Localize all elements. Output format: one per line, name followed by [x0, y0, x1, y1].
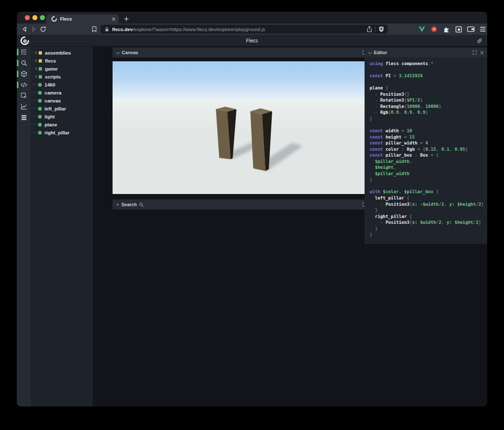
canvas-panel-title: Canvas [122, 50, 138, 55]
active-indicator [17, 60, 18, 66]
search-panel-title: Search [121, 202, 137, 207]
tree-item-assemblies[interactable]: assemblies [31, 49, 93, 57]
entity-kind-dot-icon [38, 131, 42, 134]
sidebar-icon-code[interactable] [17, 79, 31, 90]
tree-guide-line [32, 108, 37, 109]
tab-favicon-flecs-icon [51, 16, 57, 22]
code-line: - Rotation3{$PI/2} [370, 97, 487, 103]
code-line: - Position3{x: $width/2, y: $height/2} [370, 219, 487, 225]
code-line: - Position3{x: -$width/2, y: $height/2} [370, 201, 487, 207]
sidebar-icon-logs[interactable] [17, 112, 31, 123]
tree-item-label: camera [45, 90, 61, 95]
lock-icon [105, 27, 109, 32]
code-line [370, 183, 487, 189]
extensions-puzzle-icon[interactable] [442, 25, 451, 34]
red-badge-extension-icon[interactable] [430, 25, 438, 34]
tree-item-game[interactable]: game [31, 65, 93, 73]
reload-button[interactable] [38, 25, 47, 34]
collapsed-dot-icon[interactable] [117, 204, 118, 205]
code-line: } [370, 176, 487, 183]
tree-guide-line [32, 92, 37, 93]
forward-button[interactable] [29, 25, 39, 34]
traffic-lights [25, 15, 45, 20]
tree-item-canvas[interactable]: canvas [31, 97, 93, 105]
back-button[interactable] [20, 25, 29, 34]
active-indicator [17, 49, 18, 55]
code-line: const pillar_width = 4 [370, 140, 487, 146]
entity-kind-dot-icon [38, 115, 42, 118]
zoom-window-button[interactable] [40, 15, 45, 20]
tree-item-light[interactable]: light [31, 113, 93, 121]
menu-hamburger-icon[interactable] [479, 25, 487, 34]
tree-guide-line [32, 52, 34, 53]
code-line: } [370, 207, 487, 213]
share-link-icon[interactable] [476, 37, 483, 44]
tree-item-right_pillar[interactable]: right_pillar [31, 128, 93, 136]
tree-item-plane[interactable]: plane [31, 121, 93, 128]
url-bar[interactable]: flecs.dev/explorer/?wasm=https://www.fle… [100, 25, 388, 34]
code-line: $pillar_width [370, 170, 487, 177]
code-line [370, 79, 487, 85]
sidebar-icon-entities[interactable] [17, 68, 31, 79]
close-panel-icon[interactable] [480, 51, 484, 55]
code-line: const pillar_box : Box = { [370, 152, 487, 158]
code-line: } [370, 231, 487, 238]
right-pillar-mesh [250, 108, 272, 171]
code-line: plane { [370, 85, 487, 91]
tree-item-label: flecs [45, 58, 56, 63]
entity-kind-dot-icon [39, 67, 42, 71]
close-window-button[interactable] [25, 15, 30, 20]
new-tab-button[interactable] [123, 15, 130, 23]
3d-canvas-viewport[interactable] [113, 61, 377, 194]
code-line: right_pillar { [370, 213, 487, 220]
entity-tree: assembliesflecsgamescripts1460cameracanv… [31, 49, 93, 136]
tool-sidebar [17, 47, 31, 406]
editor-panel: using flecs.components.* const PI = 3.14… [365, 47, 487, 244]
code-line: } [370, 115, 487, 122]
active-indicator [17, 71, 18, 77]
sidebar-icon-search[interactable] [17, 58, 31, 68]
code-line: using flecs.components.* [370, 60, 487, 67]
tree-item-label: assemblies [45, 50, 71, 55]
tree-guide-line [32, 84, 37, 85]
entity-kind-dot-icon [39, 59, 42, 63]
tree-guide-line [32, 116, 37, 117]
wallet-icon[interactable] [467, 25, 475, 34]
tab-close-icon[interactable] [112, 17, 116, 21]
tree-item-label: canvas [45, 98, 61, 103]
collapse-chevron-icon[interactable] [116, 50, 120, 54]
bookmark-icon[interactable] [89, 25, 99, 34]
tree-guide-line [32, 124, 37, 125]
expand-chevron-icon[interactable] [34, 51, 37, 54]
tree-item-1460[interactable]: 1460 [31, 81, 93, 89]
expand-chevron-icon[interactable] [34, 75, 37, 78]
search-panel-header[interactable]: Search [113, 199, 377, 210]
code-line [370, 67, 487, 73]
code-content[interactable]: using flecs.components.* const PI = 3.14… [365, 58, 487, 244]
tree-item-label: scripts [45, 74, 61, 79]
minimize-window-button[interactable] [32, 15, 37, 20]
tree-item-left_pillar[interactable]: left_pillar [31, 105, 93, 113]
browser-tab[interactable]: Flecs [46, 14, 119, 24]
tree-item-camera[interactable]: camera [31, 89, 93, 97]
tree-item-flecs[interactable]: flecs [31, 57, 93, 65]
brave-shield-icon[interactable] [378, 26, 384, 32]
vue-devtools-extension-icon[interactable] [418, 25, 426, 34]
code-line: const width = 10 [370, 128, 487, 134]
collapse-chevron-icon[interactable] [368, 50, 372, 54]
sidebar-icon-tree[interactable] [17, 47, 31, 58]
sidebar-icon-inspector[interactable] [17, 90, 31, 101]
sidebar-toggle-icon[interactable] [454, 25, 463, 34]
entity-kind-dot-icon [38, 107, 42, 110]
tree-item-label: 1460 [45, 82, 55, 87]
expand-chevron-icon[interactable] [34, 59, 37, 62]
canvas-panel-header[interactable]: Canvas [113, 47, 377, 58]
expand-panel-icon[interactable] [472, 50, 477, 55]
expand-chevron-icon[interactable] [34, 67, 37, 70]
editor-panel-header[interactable]: Editor [365, 47, 487, 58]
app-header: Flecs [17, 35, 487, 47]
sidebar-icon-stats[interactable] [17, 101, 31, 112]
tree-guide-line [32, 100, 37, 101]
share-icon[interactable] [367, 26, 372, 32]
tree-item-scripts[interactable]: scripts [31, 73, 93, 81]
